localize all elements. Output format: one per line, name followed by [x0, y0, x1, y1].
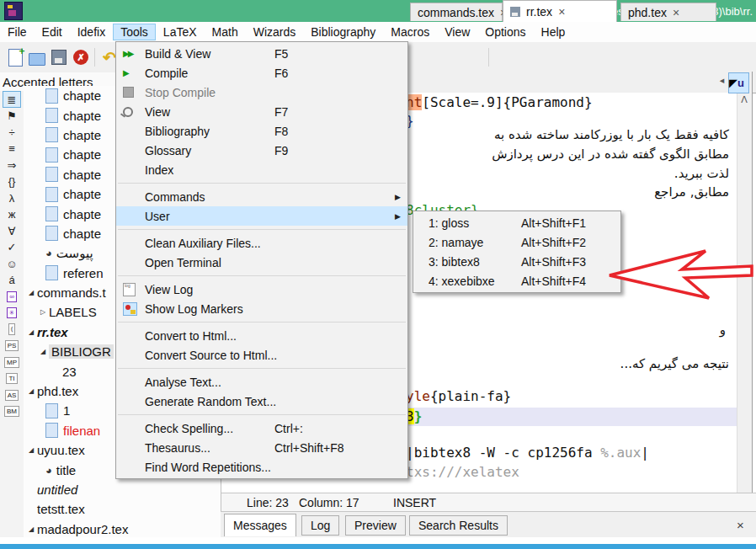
delimiters-panel-icon[interactable]: {}	[3, 173, 21, 190]
modified-file-icon	[510, 7, 520, 17]
asymptote-panel-icon[interactable]: AS	[3, 387, 21, 404]
menu-item-user[interactable]: User▶	[116, 206, 407, 226]
menu-edit[interactable]: Edit	[35, 24, 70, 40]
menu-item-commands[interactable]: Commands▶	[116, 187, 407, 206]
submenu-item-gloss[interactable]: 1: glossAlt+Shift+F1	[413, 213, 620, 232]
menu-macros[interactable]: Macros	[383, 24, 437, 40]
window-bottom-edge	[0, 544, 756, 549]
relations-panel-icon[interactable]: ≡	[3, 141, 21, 157]
tab-messages[interactable]: Messages	[224, 514, 296, 536]
infinity-panel-icon[interactable]: ∞	[3, 289, 21, 306]
menu-latex[interactable]: LaTeX	[156, 24, 205, 40]
menu-separator	[118, 229, 406, 230]
scroll-up-button[interactable]: ᐱ	[738, 94, 750, 106]
tikz-panel-icon[interactable]: TI	[3, 370, 21, 387]
toolbar-separator	[488, 48, 489, 67]
menu-wizards[interactable]: Wizards	[246, 24, 304, 40]
beamer-panel-icon[interactable]: BM	[3, 403, 21, 420]
menu-item-thesaurus[interactable]: Thesaurus...Ctrl+Shift+F8	[116, 438, 407, 457]
misc-symbols-panel-icon[interactable]: ☺	[3, 256, 21, 273]
file-icon	[45, 187, 58, 202]
close-icon[interactable]: ×	[558, 5, 565, 19]
menu-item-convert-to-html[interactable]: Convert to Html...	[116, 326, 407, 345]
menu-view[interactable]: View	[437, 24, 477, 40]
persian-and: و	[720, 322, 726, 338]
menu-item-bibliography[interactable]: BibliographyF8	[116, 121, 407, 141]
math-symbols-panel-icon[interactable]: ÷	[3, 125, 21, 141]
menu-item-find-word-repetitions[interactable]: Find Word Repetitions...	[116, 457, 407, 477]
save-button[interactable]	[49, 47, 69, 67]
open-file-button[interactable]	[27, 47, 47, 67]
tab-search-results[interactable]: Search Results	[409, 515, 508, 536]
menu-math[interactable]: Math	[205, 24, 246, 40]
menu-item-convert-source-to-html[interactable]: Convert Source to Html...	[116, 345, 407, 365]
file-icon	[45, 127, 58, 142]
tree-item-madadpour2-tex[interactable]: ◢madadpour2.tex	[24, 520, 221, 539]
menu-options[interactable]: Options	[477, 24, 533, 40]
cyrillic-panel-icon[interactable]: ж	[3, 206, 21, 223]
expanded-icon[interactable]: ◢	[25, 289, 37, 296]
tab-phd-tex[interactable]: phd.tex ×	[620, 3, 716, 21]
menu-idefix[interactable]: Idefix	[70, 24, 113, 40]
structure-panel-icon[interactable]: ≣	[3, 91, 21, 108]
menu-item-clean-auxiliary-files[interactable]: Clean Auxiliary Files...	[116, 233, 407, 253]
output-panel-tab-bar: Messages Log Preview Search Results ×	[221, 511, 756, 538]
menu-item-view[interactable]: ViewF7	[116, 102, 407, 121]
view-log-icon: log	[123, 283, 145, 296]
menu-item-analyse-text[interactable]: Analyse Text...	[116, 372, 407, 392]
file-icon	[45, 403, 58, 418]
tab-scroll-right-button[interactable]: ◤ u	[728, 72, 749, 93]
metapost-panel-icon[interactable]: MP	[3, 354, 21, 371]
arrows-panel-icon[interactable]: ⇒	[3, 157, 21, 174]
pstricks-panel-icon[interactable]: PS	[3, 338, 21, 354]
view-magnifier-icon	[123, 107, 145, 117]
accented-letters-panel-icon[interactable]: á	[3, 272, 21, 289]
close-document-button[interactable]: ✗	[71, 47, 91, 67]
close-icon[interactable]: ×	[673, 6, 679, 19]
tab-rr-tex[interactable]: rr.tex ×	[503, 0, 617, 22]
file-icon	[45, 88, 58, 104]
tab-preview[interactable]: Preview	[345, 515, 406, 536]
expanded-icon[interactable]: ◢	[25, 328, 37, 336]
menu-item-show-log-markers[interactable]: Show Log Markers	[116, 299, 407, 318]
tab-scroll-left-button[interactable]: ◂	[716, 75, 727, 89]
menu-item-generate-random-text[interactable]: Generate Random Text...	[116, 392, 407, 411]
menu-bibliography[interactable]: Bibliography	[303, 24, 383, 40]
menu-item-compile[interactable]: ▶CompileF6	[116, 63, 407, 83]
expanded-icon[interactable]: ◢	[37, 348, 49, 355]
menu-item-build-and-view[interactable]: ▶▶Build & ViewF5	[116, 44, 407, 63]
mouse-cursor-icon: ◤	[729, 77, 737, 89]
expanded-icon[interactable]: ◢	[25, 525, 37, 533]
compile-icon: ▶	[123, 68, 145, 77]
menu-file[interactable]: File	[0, 24, 35, 40]
brackets-panel-icon[interactable]: ⦅	[3, 322, 21, 338]
log-markers-icon	[123, 302, 145, 316]
menu-item-glossary[interactable]: GlossaryF9	[116, 141, 407, 160]
tab-log[interactable]: Log	[301, 515, 339, 536]
menu-item-open-terminal[interactable]: Open Terminal	[116, 253, 407, 272]
menu-item-index[interactable]: Index	[116, 160, 407, 179]
menu-help[interactable]: Help	[534, 24, 573, 40]
collapsed-icon[interactable]: ▷	[37, 308, 49, 316]
tree-item-tetstt-tex[interactable]: tetstt.tex	[24, 499, 221, 519]
menu-tools[interactable]: Tools	[113, 24, 156, 40]
checkmark-panel-icon[interactable]: ✓	[3, 239, 21, 256]
file-icon	[45, 108, 58, 123]
menu-item-check-spelling[interactable]: Check Spelling...Ctrl+:	[116, 418, 407, 438]
persian-conclude: نتیجه می گیریم که...	[620, 356, 729, 371]
section-icon: ◕	[45, 464, 52, 477]
bookmarks-panel-icon[interactable]: ⚑	[3, 108, 21, 125]
close-panel-icon[interactable]: ×	[737, 518, 744, 532]
toolbar-separator	[94, 48, 95, 67]
special-symbols-panel-icon[interactable]: ✳	[3, 305, 21, 322]
tab-commands-tex[interactable]: commands.tex ×	[410, 3, 503, 21]
menu-item-view-log[interactable]: logView Log	[116, 280, 407, 299]
expanded-icon[interactable]: ◢	[25, 446, 37, 454]
new-file-button[interactable]: +	[5, 47, 25, 67]
operators-panel-icon[interactable]: ∀	[3, 223, 21, 240]
expanded-icon[interactable]: ◢	[25, 387, 37, 395]
tree-item-untitled[interactable]: untitled	[24, 480, 221, 499]
greek-panel-icon[interactable]: λ	[3, 190, 21, 207]
file-icon	[45, 206, 58, 221]
status-column-number: Column: 17	[299, 496, 359, 509]
